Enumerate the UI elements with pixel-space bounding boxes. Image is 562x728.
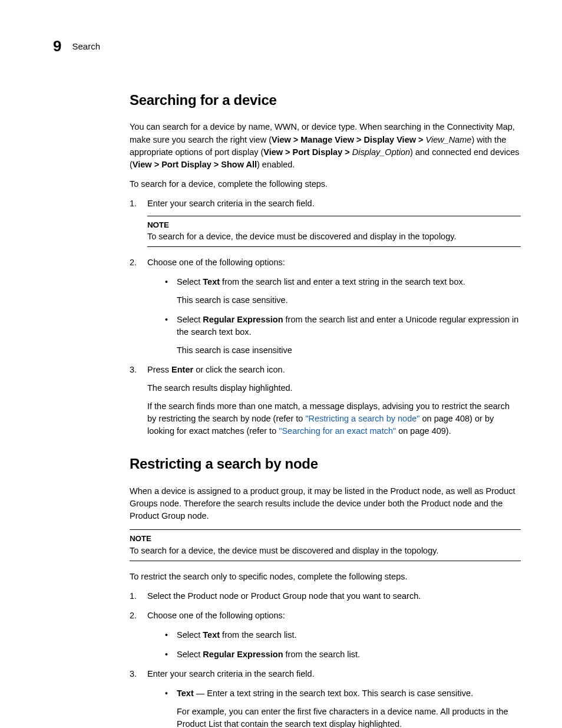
text: — Enter a text string in the search text…: [194, 689, 473, 698]
bullet-text-option: Select Text from the search list and ent…: [165, 276, 521, 307]
page: 9 Search Searching for a device You can …: [0, 0, 562, 728]
step-marker: 3.: [130, 364, 137, 376]
step-1: 1. Enter your search criteria in the sea…: [130, 197, 521, 248]
step-marker: 1.: [130, 590, 137, 602]
key-enter: Enter: [171, 365, 193, 374]
step-3: 3. Enter your search criteria in the sea…: [130, 668, 521, 728]
text: Select: [177, 277, 203, 286]
text: from the search list and enter a text st…: [220, 277, 465, 286]
note-text: To search for a device, the device must …: [147, 230, 521, 243]
chapter-number: 9: [53, 35, 61, 58]
text: Select: [177, 630, 203, 640]
step-text: Select the Product node or Product Group…: [147, 591, 421, 601]
step-subtext: The search results display highlighted.: [147, 382, 521, 394]
option-text: Text: [203, 630, 220, 640]
step-text: Choose one of the following options:: [147, 258, 285, 267]
option-text: Text: [203, 277, 220, 286]
text: or click the search icon.: [193, 365, 285, 374]
bullet-list: Text — Enter a text string in the search…: [147, 687, 521, 728]
intro-paragraph-1: You can search for a device by name, WWN…: [130, 121, 521, 170]
chapter-title: Search: [72, 40, 100, 53]
step-marker: 2.: [130, 610, 137, 622]
bullet-text-criteria: Text — Enter a text string in the search…: [165, 687, 521, 728]
option-text: Text: [177, 689, 194, 698]
bullet-subtext: This search is case insensitive: [177, 344, 521, 357]
placeholder-view-name: View_Name: [426, 135, 472, 144]
text: Select: [177, 315, 203, 324]
step-text: Enter your search criteria in the search…: [147, 199, 315, 208]
intro-paragraph-4: To restrict the search only to specific …: [130, 571, 521, 583]
note-text: To search for a device, the device must …: [130, 545, 521, 557]
placeholder-display-option: Display_Option: [352, 147, 410, 157]
note-label: NOTE: [147, 219, 521, 231]
bullet-list: Select Text from the search list. Select…: [147, 629, 521, 661]
step-marker: 2.: [130, 256, 137, 269]
step-1: 1. Select the Product node or Product Gr…: [130, 590, 521, 602]
text: Press: [147, 365, 171, 374]
running-header: 9 Search: [53, 35, 521, 58]
bullet-list: Select Text from the search list and ent…: [147, 276, 521, 357]
intro-paragraph-2: To search for a device, complete the fol…: [130, 178, 521, 190]
option-regex: Regular Expression: [203, 315, 283, 324]
text: on page 409).: [396, 426, 451, 436]
menu-path-port-display: View > Port Display >: [263, 147, 349, 157]
menu-path-show-all: View > Port Display > Show All: [133, 160, 257, 169]
link-exact-match[interactable]: "Searching for an exact match": [279, 426, 396, 436]
step-marker: 3.: [130, 668, 137, 680]
text: from the search list.: [220, 630, 297, 640]
note-box: NOTE To search for a device, the device …: [130, 529, 521, 561]
link-restricting-search[interactable]: "Restricting a search by node": [305, 414, 419, 423]
step-text: Enter your search criteria in the search…: [147, 669, 315, 678]
option-regex: Regular Expression: [203, 650, 283, 659]
menu-path-view: View > Manage View > Display View >: [272, 135, 424, 144]
note-label: NOTE: [130, 533, 521, 545]
steps-list-1: 1. Enter your search criteria in the sea…: [130, 197, 521, 438]
note-box: NOTE To search for a device, the device …: [147, 216, 521, 248]
bullet-subtext: This search is case sensitive.: [177, 294, 521, 307]
heading-restricting-search: Restricting a search by node: [130, 454, 521, 475]
bullet-subtext: For example, you can enter the first fiv…: [177, 706, 521, 728]
step-3: 3. Press Enter or click the search icon.…: [130, 364, 521, 437]
text: from the search list.: [283, 650, 361, 659]
step-2: 2. Choose one of the following options: …: [130, 610, 521, 661]
step-text: Choose one of the following options:: [147, 611, 285, 620]
bullet-regex-option: Select Regular Expression from the searc…: [165, 314, 521, 357]
text: Select: [177, 650, 203, 659]
intro-paragraph-3: When a device is assigned to a product g…: [130, 485, 521, 522]
step-2: 2. Choose one of the following options: …: [130, 256, 521, 357]
bullet-regex-option: Select Regular Expression from the searc…: [165, 648, 521, 661]
step-marker: 1.: [130, 197, 137, 210]
step-subtext: If the search finds more than one match,…: [147, 400, 521, 437]
bullet-text-option: Select Text from the search list.: [165, 629, 521, 641]
steps-list-2: 1. Select the Product node or Product Gr…: [130, 590, 521, 728]
heading-searching-device: Searching for a device: [130, 90, 521, 111]
content-area: Searching for a device You can search fo…: [130, 90, 521, 728]
text: ) enabled.: [257, 160, 295, 169]
